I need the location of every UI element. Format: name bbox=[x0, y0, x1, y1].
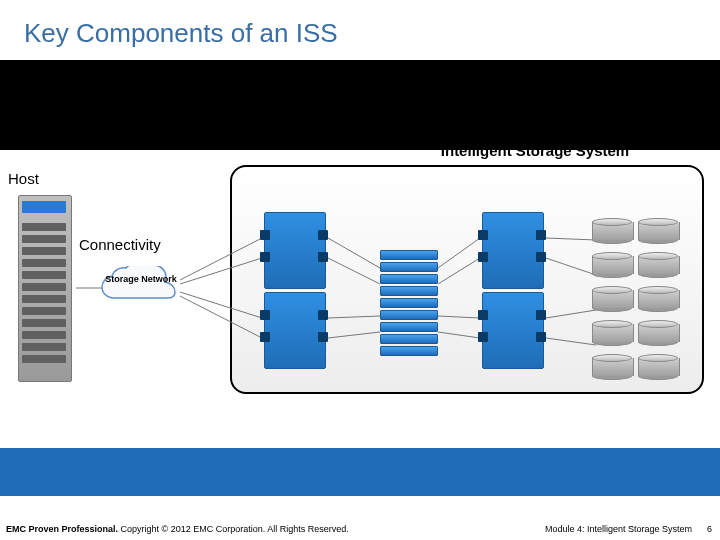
iss-label: Intelligent Storage System bbox=[350, 142, 720, 159]
footer-brand: EMC Proven Professional. bbox=[6, 524, 118, 534]
slide-title: Key Components of an ISS bbox=[24, 18, 338, 49]
connectivity-label: Connectivity bbox=[79, 236, 161, 253]
black-band bbox=[0, 60, 720, 150]
footer-module: Module 4: Intelligent Storage System bbox=[545, 524, 692, 534]
slide: Key Components of an ISS Intelligent Sto… bbox=[0, 0, 720, 540]
footer-copyright: Copyright © 2012 EMC Corporation. All Ri… bbox=[118, 524, 349, 534]
host-label: Host bbox=[8, 170, 39, 187]
cache-icon bbox=[378, 250, 438, 360]
host-server-icon bbox=[12, 195, 76, 385]
footer-bar bbox=[0, 448, 720, 496]
storage-network-label: Storage Network bbox=[100, 274, 182, 285]
footer-page-number: 6 bbox=[707, 524, 712, 534]
footer-left: EMC Proven Professional. Copyright © 201… bbox=[6, 524, 349, 534]
storage-network-cloud-icon: Storage Network bbox=[100, 266, 182, 310]
